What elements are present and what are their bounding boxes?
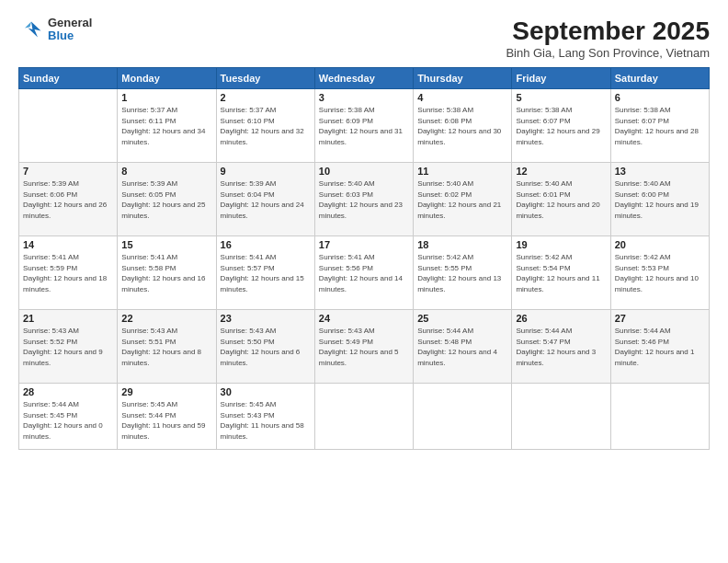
sunset-text: Sunset: 5:44 PM [121,410,211,421]
sunrise-text: Sunrise: 5:40 AM [615,178,705,190]
day-number: 15 [121,239,211,250]
table-row [512,384,610,450]
day-number: 25 [417,313,507,324]
table-row: 22Sunrise: 5:43 AMSunset: 5:51 PMDayligh… [118,310,216,384]
sunset-text: Sunset: 5:43 PM [221,410,311,421]
table-row: 15Sunrise: 5:41 AMSunset: 5:58 PMDayligh… [118,236,216,310]
sunrise-text: Sunrise: 5:44 AM [615,326,705,337]
sunset-text: Sunset: 6:01 PM [516,190,606,201]
day-number: 21 [23,313,113,324]
sunset-text: Sunset: 5:59 PM [23,263,113,274]
table-row: 27Sunrise: 5:44 AMSunset: 5:46 PMDayligh… [610,310,709,384]
table-row: 5Sunrise: 5:38 AMSunset: 6:07 PMDaylight… [512,89,610,163]
header-row: Sunday Monday Tuesday Wednesday Thursday… [19,68,710,89]
daylight-text: Daylight: 12 hours and 15 minutes. [221,273,311,294]
table-row: 30Sunrise: 5:45 AMSunset: 5:43 PMDayligh… [216,384,314,450]
sunrise-text: Sunrise: 5:41 AM [319,252,409,263]
sunset-text: Sunset: 5:56 PM [319,263,409,274]
day-info: Sunrise: 5:38 AMSunset: 6:08 PMDaylight:… [417,105,507,147]
sunrise-text: Sunrise: 5:41 AM [221,252,311,263]
day-number: 30 [221,386,311,397]
day-info: Sunrise: 5:40 AMSunset: 6:02 PMDaylight:… [417,178,507,221]
day-number: 13 [615,166,705,177]
daylight-text: Daylight: 12 hours and 13 minutes. [417,273,507,294]
table-row: 20Sunrise: 5:42 AMSunset: 5:53 PMDayligh… [610,236,709,310]
day-number: 24 [319,313,409,324]
daylight-text: Daylight: 12 hours and 8 minutes. [121,347,211,368]
table-row: 6Sunrise: 5:38 AMSunset: 6:07 PMDaylight… [610,89,709,163]
sunrise-text: Sunrise: 5:41 AM [121,252,211,263]
day-number: 11 [417,166,507,177]
table-row: 10Sunrise: 5:40 AMSunset: 6:03 PMDayligh… [314,163,413,236]
daylight-text: Daylight: 12 hours and 21 minutes. [417,200,507,221]
calendar-page: General Blue September 2025 Binh Gia, La… [0,0,728,563]
sunset-text: Sunset: 5:53 PM [615,263,705,274]
day-number: 20 [615,239,705,250]
sunrise-text: Sunrise: 5:42 AM [417,252,507,263]
day-number: 27 [615,313,705,324]
sunset-text: Sunset: 5:50 PM [221,337,311,348]
day-info: Sunrise: 5:37 AMSunset: 6:11 PMDaylight:… [121,105,211,147]
table-row: 29Sunrise: 5:45 AMSunset: 5:44 PMDayligh… [118,384,216,450]
table-row: 19Sunrise: 5:42 AMSunset: 5:54 PMDayligh… [512,236,610,310]
day-number: 4 [417,92,507,103]
logo-blue: Blue [48,29,92,42]
sunrise-text: Sunrise: 5:42 AM [516,252,606,263]
day-info: Sunrise: 5:43 AMSunset: 5:51 PMDaylight:… [121,326,211,368]
table-row: 25Sunrise: 5:44 AMSunset: 5:48 PMDayligh… [414,310,512,384]
day-info: Sunrise: 5:45 AMSunset: 5:43 PMDaylight:… [221,399,311,442]
sunset-text: Sunset: 6:11 PM [121,116,211,127]
day-number: 23 [221,313,311,324]
day-info: Sunrise: 5:42 AMSunset: 5:55 PMDaylight:… [417,252,507,294]
title-block: September 2025 Binh Gia, Lang Son Provin… [506,17,710,60]
daylight-text: Daylight: 12 hours and 6 minutes. [221,347,311,368]
svg-marker-1 [25,22,31,29]
day-number: 17 [319,239,409,250]
table-row: 17Sunrise: 5:41 AMSunset: 5:56 PMDayligh… [314,236,413,310]
table-row: 18Sunrise: 5:42 AMSunset: 5:55 PMDayligh… [414,236,512,310]
sunrise-text: Sunrise: 5:37 AM [221,105,311,116]
day-number: 28 [23,386,113,397]
sunset-text: Sunset: 6:10 PM [221,116,311,127]
sunrise-text: Sunrise: 5:40 AM [516,178,606,190]
day-number: 7 [23,166,113,177]
sunset-text: Sunset: 6:09 PM [319,116,409,127]
sunrise-text: Sunrise: 5:44 AM [417,326,507,337]
sunset-text: Sunset: 5:55 PM [417,263,507,274]
table-row: 9Sunrise: 5:39 AMSunset: 6:04 PMDaylight… [216,163,314,236]
logo: General Blue [18,17,92,43]
table-row: 14Sunrise: 5:41 AMSunset: 5:59 PMDayligh… [19,236,118,310]
col-saturday: Saturday [610,68,709,89]
month-title: September 2025 [506,17,710,46]
daylight-text: Daylight: 11 hours and 59 minutes. [121,420,211,442]
sunset-text: Sunset: 5:51 PM [121,337,211,348]
sunset-text: Sunset: 6:05 PM [121,190,211,201]
col-monday: Monday [118,68,216,89]
table-row: 4Sunrise: 5:38 AMSunset: 6:08 PMDaylight… [414,89,512,163]
day-number: 9 [221,166,311,177]
day-number: 8 [121,166,211,177]
day-number: 22 [121,313,211,324]
table-row: 12Sunrise: 5:40 AMSunset: 6:01 PMDayligh… [512,163,610,236]
day-info: Sunrise: 5:38 AMSunset: 6:09 PMDaylight:… [319,105,409,147]
daylight-text: Daylight: 12 hours and 0 minutes. [23,420,113,442]
day-info: Sunrise: 5:44 AMSunset: 5:48 PMDaylight:… [417,326,507,368]
day-info: Sunrise: 5:43 AMSunset: 5:50 PMDaylight:… [221,326,311,368]
daylight-text: Daylight: 12 hours and 9 minutes. [23,347,113,368]
day-number: 12 [516,166,606,177]
day-number: 10 [319,166,409,177]
day-info: Sunrise: 5:43 AMSunset: 5:52 PMDaylight:… [23,326,113,368]
day-info: Sunrise: 5:41 AMSunset: 5:56 PMDaylight:… [319,252,409,294]
table-row: 2Sunrise: 5:37 AMSunset: 6:10 PMDaylight… [216,89,314,163]
day-number: 1 [121,92,211,103]
day-number: 14 [23,239,113,250]
daylight-text: Daylight: 12 hours and 26 minutes. [23,200,113,221]
sunrise-text: Sunrise: 5:38 AM [417,105,507,116]
logo-general: General [48,17,92,29]
day-info: Sunrise: 5:44 AMSunset: 5:47 PMDaylight:… [516,326,606,368]
sunrise-text: Sunrise: 5:43 AM [23,326,113,337]
day-info: Sunrise: 5:40 AMSunset: 6:00 PMDaylight:… [615,178,705,221]
sunrise-text: Sunrise: 5:43 AM [319,326,409,337]
day-number: 19 [516,239,606,250]
sunset-text: Sunset: 6:08 PM [417,116,507,127]
